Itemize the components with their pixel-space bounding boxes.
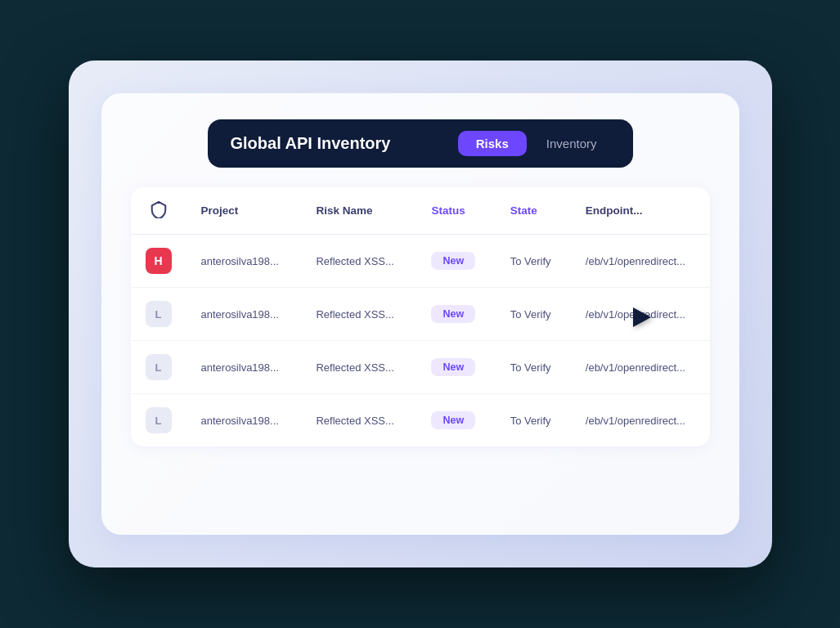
table-row[interactable]: Lanterosilva198...Reflected XSS...NewTo …	[131, 341, 710, 394]
tab-risks[interactable]: Risks	[458, 131, 527, 156]
row-icon-cell: L	[131, 341, 186, 394]
row-status: New	[416, 341, 495, 394]
risks-table: Project Risk Name Status State Endpoint.…	[131, 187, 710, 446]
col-header-endpoint: Endpoint...	[571, 187, 710, 235]
col-header-risk-name: Risk Name	[301, 187, 416, 235]
table-body: Hanterosilva198...Reflected XSS...NewTo …	[131, 235, 710, 447]
status-badge: New	[431, 252, 475, 270]
row-project: anterosilva198...	[186, 394, 302, 447]
status-badge: New	[431, 411, 475, 429]
risk-icon-low: L	[146, 407, 172, 433]
row-endpoint: /eb/v1/openredirect...	[571, 394, 710, 447]
row-project: anterosilva198...	[186, 235, 302, 288]
shield-header-icon	[150, 200, 168, 218]
risk-icon-low: L	[146, 354, 172, 380]
col-header-status: Status	[416, 187, 495, 235]
row-risk-name: Reflected XSS...	[301, 341, 416, 394]
header-bar: Global API Inventory Risks Inventory	[208, 119, 633, 168]
outer-card: Global API Inventory Risks Inventory	[69, 61, 772, 567]
app-title: Global API Inventory	[231, 134, 391, 153]
status-badge: New	[431, 305, 475, 323]
row-state: To Verify	[496, 235, 571, 288]
row-risk-name: Reflected XSS...	[301, 288, 416, 341]
risk-icon-high: H	[146, 248, 172, 274]
row-project: anterosilva198...	[186, 341, 302, 394]
table-wrapper: Project Risk Name Status State Endpoint.…	[131, 187, 710, 446]
row-icon-cell: L	[131, 394, 186, 447]
col-header-project: Project	[186, 187, 302, 235]
row-state: To Verify	[496, 288, 571, 341]
row-risk-name: Reflected XSS...	[301, 235, 416, 288]
cursor-arrow	[633, 307, 651, 327]
table-row[interactable]: Lanterosilva198...Reflected XSS...NewTo …	[131, 288, 710, 341]
row-state: To Verify	[496, 341, 571, 394]
row-status: New	[416, 288, 495, 341]
col-header-icon	[131, 187, 186, 235]
row-project: anterosilva198...	[186, 288, 302, 341]
table-row[interactable]: Lanterosilva198...Reflected XSS...NewTo …	[131, 394, 710, 447]
row-icon-cell: H	[131, 235, 186, 288]
row-icon-cell: L	[131, 288, 186, 341]
row-risk-name: Reflected XSS...	[301, 394, 416, 447]
row-endpoint: /eb/v1/openredirect...	[571, 341, 710, 394]
risk-icon-low: L	[146, 301, 172, 327]
status-badge: New	[431, 358, 475, 376]
tab-inventory[interactable]: Inventory	[533, 131, 610, 156]
row-state: To Verify	[496, 394, 571, 447]
row-endpoint: /eb/v1/openredirect...	[571, 235, 710, 288]
table-row[interactable]: Hanterosilva198...Reflected XSS...NewTo …	[131, 235, 710, 288]
col-header-state: State	[496, 187, 571, 235]
row-status: New	[416, 235, 495, 288]
table-header-row: Project Risk Name Status State Endpoint.…	[131, 187, 710, 235]
row-status: New	[416, 394, 495, 447]
tab-group: Risks Inventory	[458, 131, 610, 156]
